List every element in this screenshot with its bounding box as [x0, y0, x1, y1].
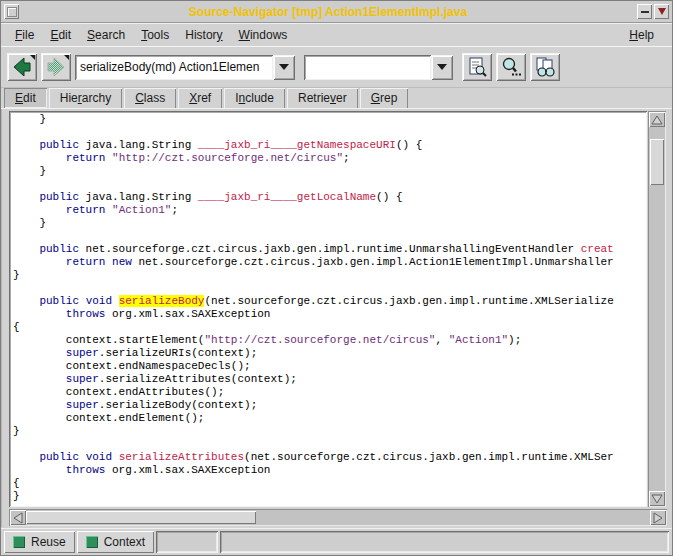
window-menu-icon [7, 7, 17, 17]
code-line: } [13, 425, 614, 438]
source-navigator-window: Source-Navigator [tmp] Action1ElementImp… [0, 0, 673, 556]
code-line [13, 282, 614, 295]
menu-windows[interactable]: Windows [231, 26, 296, 44]
reuse-indicator-icon [13, 536, 25, 548]
status-panel-left [156, 531, 218, 553]
tab-hierarchy[interactable]: Hierarchy [49, 88, 122, 108]
history-forward-button[interactable] [41, 53, 71, 81]
documents-binoculars-icon [534, 56, 556, 78]
code-line: context.endElement(); [13, 412, 614, 425]
history-dropdown-icon [30, 55, 35, 60]
menu-file[interactable]: File [7, 26, 42, 44]
code-line: } [13, 217, 614, 230]
tab-retriever[interactable]: Retriever [287, 88, 358, 108]
left-triangle-icon [13, 512, 23, 524]
code-line: public void serializeBody(net.sourceforg… [13, 295, 614, 308]
menu-tools[interactable]: Tools [133, 26, 177, 44]
code-line [13, 438, 614, 451]
code-line: throws org.xml.sax.SAXException [13, 464, 614, 477]
code-line: context.endNamespaceDecls(); [13, 360, 614, 373]
code-line: return new net.sourceforge.czt.circus.ja… [13, 256, 614, 269]
reuse-toggle-button[interactable]: Reuse [4, 531, 75, 553]
code-line: public java.lang.String ____jaxb_ri____g… [13, 191, 614, 204]
document-magnifier-icon [466, 56, 488, 78]
statusbar: Reuse Context [1, 528, 672, 554]
code-line: } [13, 269, 614, 282]
context-indicator-icon [86, 536, 98, 548]
tab-include[interactable]: Include [224, 88, 285, 108]
right-triangle-icon [653, 512, 663, 524]
titlebar[interactable]: Source-Navigator [tmp] Action1ElementImp… [1, 1, 672, 23]
tab-xref[interactable]: Xref [178, 88, 222, 108]
window-menu-button[interactable] [4, 4, 19, 19]
code-line: context.startElement("http://czt.sourcef… [13, 334, 614, 347]
view-tabbar: EditHierarchyClassXrefIncludeRetrieverGr… [1, 87, 672, 108]
code-line: super.serializeBody(context); [13, 399, 614, 412]
horizontal-scroll-thumb[interactable] [26, 511, 256, 524]
code-line: { [13, 477, 614, 490]
tab-grep[interactable]: Grep [360, 88, 409, 108]
code-line: context.endAttributes(); [13, 386, 614, 399]
status-panel-right [220, 531, 669, 553]
code-line: super.serializeAttributes(context); [13, 373, 614, 386]
symbol-combo-entry[interactable]: serializeBody(md) Action1Elemen [75, 55, 273, 80]
search-combobox [304, 55, 453, 80]
code-line: { [13, 321, 614, 334]
code-line [13, 178, 614, 191]
context-label: Context [104, 535, 145, 549]
code-line: } [13, 490, 614, 503]
chevron-down-icon [658, 8, 666, 15]
vertical-scrollbar[interactable] [648, 111, 666, 507]
code-line: } [13, 165, 614, 178]
code-editor[interactable]: } public java.lang.String ____jaxb_ri___… [9, 111, 647, 507]
menu-search[interactable]: Search [79, 26, 133, 44]
code-line: return "Action1"; [13, 204, 614, 217]
scroll-right-button[interactable] [650, 510, 666, 525]
tab-class[interactable]: Class [124, 88, 176, 108]
symbol-combo-dropdown-button[interactable] [273, 55, 295, 80]
window-title: Source-Navigator [tmp] Action1ElementImp… [19, 5, 637, 19]
menu-history[interactable]: History [177, 26, 230, 44]
symbol-combobox: serializeBody(md) Action1Elemen [75, 55, 295, 80]
scroll-down-button[interactable] [649, 491, 665, 506]
view-file-button[interactable] [462, 53, 492, 81]
retriever-button[interactable] [530, 53, 560, 81]
window-ops-button[interactable] [654, 4, 669, 19]
history-dropdown-icon [64, 55, 69, 60]
code-line: throws org.xml.sax.SAXException [13, 308, 614, 321]
code-line: public void serializeAttributes(net.sour… [13, 451, 614, 464]
chevron-down-icon [437, 64, 447, 70]
down-triangle-icon [651, 494, 663, 504]
context-toggle-button[interactable]: Context [77, 531, 154, 553]
reuse-label: Reuse [31, 535, 66, 549]
code-line [13, 230, 614, 243]
chevron-down-icon [279, 64, 289, 70]
tab-edit[interactable]: Edit [4, 88, 47, 108]
scroll-left-button[interactable] [10, 510, 26, 525]
minimize-icon [641, 11, 649, 13]
menubar: FileEditSearchToolsHistoryWindows Help [1, 23, 672, 46]
editor-area: } public java.lang.String ____jaxb_ri___… [1, 108, 672, 527]
vertical-scroll-thumb[interactable] [650, 139, 664, 185]
up-triangle-icon [651, 115, 663, 125]
toolbar: serializeBody(md) Action1Elemen [1, 46, 672, 88]
code-line: public net.sourceforge.czt.circus.jaxb.g… [13, 243, 614, 256]
code-line: super.serializeURIs(context); [13, 347, 614, 360]
magnifier-ellipsis-icon [500, 56, 522, 78]
menu-help[interactable]: Help [621, 26, 662, 44]
history-back-button[interactable] [7, 53, 37, 81]
search-combo-entry[interactable] [304, 55, 431, 80]
code-line: public java.lang.String ____jaxb_ri____g… [13, 139, 614, 152]
code-line [13, 126, 614, 139]
horizontal-scrollbar[interactable] [9, 509, 667, 526]
search-combo-dropdown-button[interactable] [431, 55, 453, 80]
code-line: } [13, 113, 614, 126]
code-line: return "http://czt.sourceforge.net/circu… [13, 152, 614, 165]
scroll-up-button[interactable] [649, 112, 665, 127]
search-button[interactable] [496, 53, 526, 81]
menu-edit[interactable]: Edit [42, 26, 79, 44]
minimize-button[interactable] [637, 4, 652, 19]
